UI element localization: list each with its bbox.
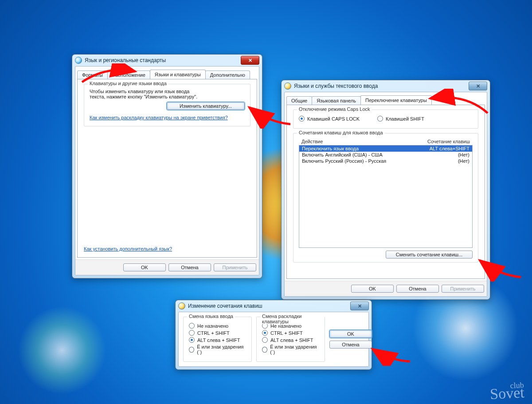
radio-grave-accent[interactable]: Ё или знак ударения (`) <box>189 344 246 355</box>
radio-ctrl-shift[interactable]: CTRL + SHIFT <box>189 330 246 336</box>
input-language-group: Смена языка ввода <box>187 314 235 319</box>
list-item[interactable]: Включить Русский (Россия) - Русская (Нет… <box>299 158 472 164</box>
radio-capslock-key[interactable]: Клавишей CAPS LOCK <box>299 116 360 122</box>
wallpaper-flare <box>18 306 106 395</box>
watermark: club Sovet <box>489 381 524 401</box>
list-cell: Переключить язык ввода <box>302 146 421 151</box>
list-cell: (Нет) <box>421 158 469 164</box>
radio-label: ALT слева + SHIFT <box>197 337 240 343</box>
keyboard-icon <box>178 302 185 310</box>
globe-icon <box>75 57 82 64</box>
link-welcome-screen-layout[interactable]: Как изменить раскладку клавиатуры на экр… <box>90 115 228 120</box>
tab-language-bar[interactable]: Языковая панель <box>312 96 361 105</box>
list-item[interactable]: Включить Английский (США) - США (Нет) <box>299 152 472 158</box>
change-hotkey-button[interactable]: Сменить сочетание клавиш... <box>386 251 473 259</box>
list-cell: ALT слева+SHIFT <box>421 146 469 151</box>
annotation-arrow <box>368 344 412 366</box>
radio-label: CTRL + SHIFT <box>270 330 303 336</box>
radio-shift-key[interactable]: Клавишей SHIFT <box>377 116 424 122</box>
link-install-language[interactable]: Как установить дополнительный язык? <box>84 246 172 251</box>
close-button[interactable]: ✕ <box>350 302 369 310</box>
column-hotkey: Сочетание клавиш <box>421 139 470 144</box>
titlebar[interactable]: Язык и региональные стандарты ✕ <box>72 55 262 66</box>
watermark-text: Sovet <box>489 384 524 402</box>
radio-label: Клавишей SHIFT <box>386 116 424 122</box>
capslock-group-label: Отключение режима Caps Lock <box>297 106 372 112</box>
cancel-button[interactable]: Отмена <box>329 341 372 349</box>
radio-label: Ё или знак ударения (`) <box>270 344 319 355</box>
change-hotkey-dialog: Изменение сочетания клавиш ✕ Смена языка… <box>175 300 372 370</box>
hotkeys-group-label: Сочетания клавиш для языков ввода <box>297 130 385 135</box>
region-language-dialog: Язык и региональные стандарты ✕ Форматы … <box>72 54 262 278</box>
keyboard-layout-group: Смена раскладки клавиатуры <box>260 314 325 324</box>
tab-location[interactable]: Расположение <box>107 71 150 79</box>
window-title: Языки и службы текстового ввода <box>294 83 378 89</box>
window-title: Изменение сочетания клавиш <box>188 303 262 309</box>
tab-bar: Форматы Расположение Языки и клавиатуры … <box>77 68 257 79</box>
radio-ctrl-shift[interactable]: CTRL + SHIFT <box>262 330 319 336</box>
titlebar[interactable]: Языки и службы текстового ввода ✕ <box>282 80 490 92</box>
group-description: Чтобы изменить клавиатуру или язык ввода… <box>90 89 205 99</box>
radio-label: CTRL + SHIFT <box>197 330 230 336</box>
tab-general[interactable]: Общие <box>286 96 312 105</box>
list-cell: Включить Английский (США) - США <box>302 152 421 157</box>
radio-label: Не назначено <box>197 323 228 329</box>
list-cell: Включить Русский (Россия) - Русская <box>302 158 421 164</box>
group-heading: Клавиатуры и другие языки ввода <box>88 81 168 86</box>
list-item[interactable]: Переключить язык ввода ALT слева+SHIFT <box>299 145 472 152</box>
cancel-button[interactable]: Отмена <box>396 285 439 293</box>
text-services-dialog: Языки и службы текстового ввода ✕ Общие … <box>281 80 490 300</box>
tab-formats[interactable]: Форматы <box>77 71 108 79</box>
close-button[interactable]: ✕ <box>241 56 259 65</box>
radio-label: Ё или знак ударения (`) <box>197 344 246 355</box>
column-action: Действие <box>301 139 421 144</box>
apply-button[interactable]: Применить <box>442 285 484 293</box>
change-keyboard-button[interactable]: Изменить клавиатуру... <box>167 102 245 110</box>
radio-none[interactable]: Не назначено <box>189 323 246 329</box>
list-cell: (Нет) <box>421 152 469 157</box>
radio-grave-accent[interactable]: Ё или знак ударения (`) <box>262 344 319 355</box>
tab-advanced[interactable]: Дополнительно <box>205 71 250 79</box>
window-title: Язык и региональные стандарты <box>85 57 166 63</box>
radio-alt-shift[interactable]: ALT слева + SHIFT <box>262 337 319 343</box>
apply-button[interactable]: Применить <box>214 263 256 271</box>
close-button[interactable]: ✕ <box>469 82 487 90</box>
ok-button[interactable]: OK <box>351 285 394 293</box>
radio-alt-shift[interactable]: ALT слева + SHIFT <box>189 337 246 343</box>
tab-switch-keyboard[interactable]: Переключение клавиатуры <box>360 95 432 105</box>
cancel-button[interactable]: Отмена <box>168 263 211 271</box>
keyboard-icon <box>284 82 291 90</box>
tab-bar: Общие Языковая панель Переключение клави… <box>286 94 485 105</box>
radio-label: ALT слева + SHIFT <box>270 337 313 343</box>
hotkey-list[interactable]: Переключить язык ввода ALT слева+SHIFT В… <box>299 145 473 248</box>
titlebar[interactable]: Изменение сочетания клавиш ✕ <box>176 300 372 312</box>
ok-button[interactable]: OK <box>329 330 372 338</box>
ok-button[interactable]: OK <box>123 263 166 271</box>
tab-keyboards[interactable]: Языки и клавиатуры <box>150 70 206 79</box>
radio-label: Клавишей CAPS LOCK <box>307 116 360 122</box>
